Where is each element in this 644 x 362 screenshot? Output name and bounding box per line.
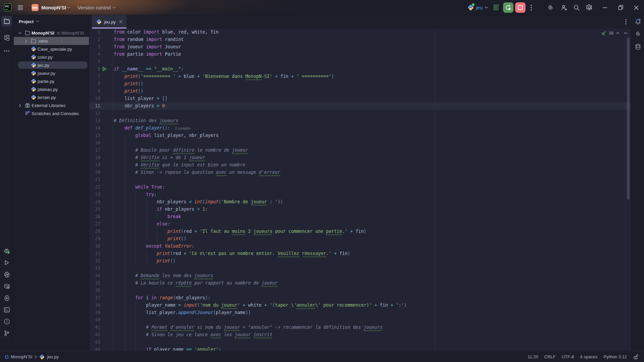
pycharm-logo-icon[interactable]: PC xyxy=(4,4,11,11)
stripe-python-packages-icon[interactable] xyxy=(1,281,12,292)
database-icon[interactable] xyxy=(633,42,643,52)
tree-item-label: color.py xyxy=(38,53,53,61)
notifications-bell-icon[interactable] xyxy=(633,16,643,27)
code-line-10: 10 list_player = [] xyxy=(89,95,631,102)
tree-item-color-py[interactable]: color.py xyxy=(14,53,89,61)
ai-assistant-icon[interactable] xyxy=(544,0,557,15)
code-line-4: 4from partie import Partie xyxy=(89,51,631,58)
line-number: 41 xyxy=(89,324,100,331)
line-number: 29 xyxy=(89,235,100,243)
tab-jeu-py[interactable]: jeu.py xyxy=(92,15,127,29)
run-gutter-icon[interactable] xyxy=(102,66,107,71)
run-config-name: jeu xyxy=(476,5,483,10)
code-text: for i in range(nbr_players): xyxy=(114,294,210,302)
code-line-35: 35 # La boucle ce répète par rapport au … xyxy=(89,279,631,287)
search-everywhere-icon[interactable] xyxy=(570,0,583,15)
code-with-me-icon[interactable] xyxy=(557,0,571,15)
vcs-widget[interactable]: Version control xyxy=(78,0,111,15)
encoding-widget[interactable]: UTF-8 xyxy=(562,354,574,359)
chevron-down-icon[interactable] xyxy=(624,32,628,34)
python-icon xyxy=(31,53,36,61)
code-line-31: 31 print(red + 'Ce n\'est pas un nombre … xyxy=(89,250,631,257)
project-panel-header[interactable]: Project xyxy=(14,15,89,29)
line-number: 10 xyxy=(89,95,100,102)
pause-button[interactable] xyxy=(494,4,498,10)
breadcrumb-file[interactable]: jeu.py xyxy=(47,354,59,359)
code-line-13: 13# Définition des joueurs xyxy=(89,117,631,124)
tree-item-terrain-py[interactable]: terrain.py xyxy=(14,93,89,101)
restore-button[interactable] xyxy=(613,0,629,15)
ai-assistant-icon[interactable] xyxy=(633,29,643,39)
line-number: 14 xyxy=(89,124,100,132)
chevron-right-icon[interactable] xyxy=(24,37,28,45)
code-viewport[interactable]: 1from color import blue, red, white, fin… xyxy=(89,29,631,351)
status-widgets: 11:20 CRLF UTF-8 4 spaces Python 3.12 xyxy=(528,351,627,362)
tree-item-jeu-py[interactable]: jeu.py xyxy=(14,61,89,69)
tree-item--venv[interactable]: .venv xyxy=(14,37,89,45)
rerun-button[interactable] xyxy=(503,2,513,13)
code-line-22: 22 while True: xyxy=(89,184,631,191)
code-text: # Vérifie si + de 1 joueur xyxy=(114,154,205,161)
python-icon xyxy=(31,85,36,93)
python-interpreter-widget[interactable]: Python 3.12 xyxy=(604,354,627,359)
tree-item-case-speciale-py[interactable]: Case_speciale.py xyxy=(14,45,89,53)
library-icon xyxy=(25,101,30,109)
close-button[interactable] xyxy=(628,0,644,15)
project-selector[interactable]: MonopN’SI xyxy=(41,0,66,15)
code-text: while True: xyxy=(114,184,165,191)
stripe-services-icon[interactable] xyxy=(1,293,12,303)
tree-item-monopn-si[interactable]: MonopN’SIK:\MonopN’SI xyxy=(14,29,89,37)
code-line-6: 6if __name__ == "__main__": xyxy=(89,65,631,73)
run-configuration-selector[interactable]: jeu xyxy=(467,0,488,15)
breadcrumb-project[interactable]: MonopN’SI xyxy=(11,354,32,359)
tree-item-scratches-and-consoles[interactable]: Scratches and Consoles xyxy=(14,109,89,117)
stripe-more-tool-windows-icon[interactable] xyxy=(1,46,12,56)
code-text: # Sinon -> repose la question avec un me… xyxy=(114,169,280,176)
line-number: 31 xyxy=(89,250,100,257)
stripe-debug-icon[interactable] xyxy=(1,246,12,256)
line-number: 27 xyxy=(89,220,100,228)
minimize-button[interactable] xyxy=(597,0,613,15)
vertical-scrollbar[interactable] xyxy=(627,38,630,200)
pycharm-logo-text: PC xyxy=(5,5,9,8)
tree-item-external-libraries[interactable]: External Libraries xyxy=(14,101,89,109)
inspections-widget[interactable]: 38 xyxy=(601,30,628,36)
unlocked-padlock-icon[interactable] xyxy=(633,351,639,362)
stop-button[interactable] xyxy=(515,2,526,13)
tab-close-icon[interactable] xyxy=(119,20,122,23)
hamburger-menu-icon[interactable] xyxy=(16,0,24,15)
more-run-options-kebab-icon[interactable] xyxy=(529,3,534,12)
code-text: print() xyxy=(114,235,186,243)
code-line-25: 25 if nbr_players > 1: xyxy=(89,206,631,213)
code-line-32: 32 print() xyxy=(89,257,631,265)
editor-options-kebab-icon[interactable] xyxy=(622,17,630,26)
python-icon xyxy=(31,45,36,53)
tree-item-joueur-py[interactable]: joueur.py xyxy=(14,69,89,77)
tree-item-partie-py[interactable]: partie.py xyxy=(14,77,89,85)
stripe-problems-icon[interactable] xyxy=(1,316,12,327)
project-avatar-badge[interactable]: MN xyxy=(32,4,39,11)
stripe-structure-icon[interactable] xyxy=(1,32,12,43)
line-separator-widget[interactable]: CRLF xyxy=(544,354,556,359)
stripe-project-icon[interactable] xyxy=(1,16,12,27)
chevron-up-icon[interactable] xyxy=(616,32,620,34)
code-line-7: 7 print('========== ' + blue + 'Bienvenu… xyxy=(89,73,631,80)
tree-item-plateau-py[interactable]: plateau.py xyxy=(14,85,89,93)
line-number: 9 xyxy=(89,88,100,95)
caret-position-widget[interactable]: 11:20 xyxy=(528,354,538,359)
stripe-terminal-icon[interactable] xyxy=(1,304,12,315)
stripe-version-control-icon[interactable] xyxy=(1,328,12,339)
code-line-20: 20 # Sinon -> repose la question avec un… xyxy=(89,169,631,176)
chevron-down-icon xyxy=(67,0,70,15)
tree-item-label: joueur.py xyxy=(38,69,55,77)
code-line-42: 42 # Sinon le jeu ce lance avec les joue… xyxy=(89,331,631,339)
stripe-python-console-icon[interactable] xyxy=(1,269,12,280)
code-text: nbr_players = int(input('Nombre de joueu… xyxy=(114,198,283,206)
stripe-run-icon[interactable] xyxy=(1,257,12,268)
settings-gear-icon[interactable] xyxy=(583,0,596,15)
chevron-right-icon[interactable] xyxy=(18,101,22,109)
folder-icon xyxy=(31,37,36,45)
code-line-11: 11 nbr_players = 0 xyxy=(89,102,631,110)
indent-widget[interactable]: 4 spaces xyxy=(580,354,598,359)
chevron-down-icon[interactable] xyxy=(18,29,22,37)
